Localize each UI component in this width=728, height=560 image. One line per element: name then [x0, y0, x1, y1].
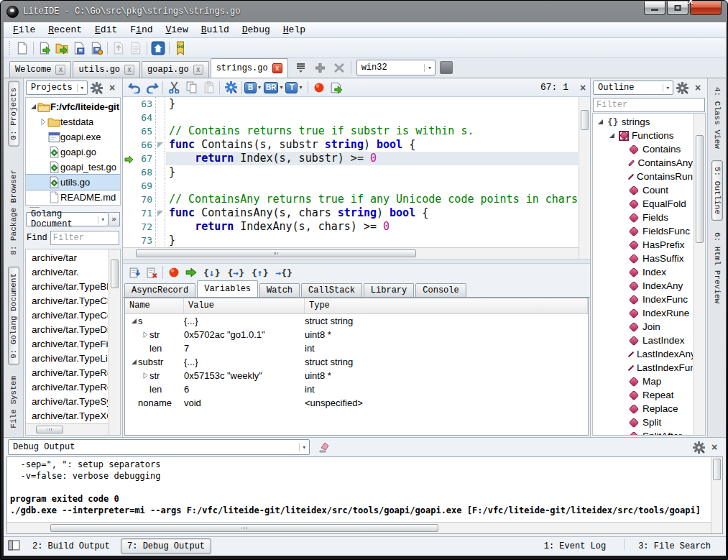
b-build-chip[interactable]: B: [244, 82, 257, 93]
tree-expander-icon[interactable]: [39, 119, 47, 125]
doc-list-item[interactable]: archive/tar.TypeXG: [26, 409, 108, 423]
outline-function-index[interactable]: Index: [593, 265, 693, 279]
outline-function-containsany[interactable]: ContainsAny: [593, 156, 693, 170]
left-splitter[interactable]: [24, 206, 122, 210]
titlebar[interactable]: LiteIDE - C:\Go\src\pkg\strings\strings.…: [1, 1, 727, 22]
toolbar-grip[interactable]: [7, 41, 11, 55]
side-tab-0-projects[interactable]: 0: Projects: [8, 81, 19, 147]
doc-view-combo[interactable]: Golang Document▾: [26, 212, 109, 226]
build-target-combo[interactable]: win32▾: [356, 60, 436, 75]
outline-function-hasprefix[interactable]: HasPrefix: [593, 238, 693, 252]
outline-function-fieldsfunc[interactable]: FieldsFunc: [593, 224, 693, 238]
tree-expander-icon[interactable]: [29, 104, 37, 110]
statusbar-button-3-file-search[interactable]: 3: File Search: [632, 538, 717, 554]
code-line-65[interactable]: 65// Contains returns true if substr is …: [123, 124, 578, 138]
go-env-icon[interactable]: Go: [172, 40, 189, 56]
step-into-icon[interactable]: {↓}: [200, 267, 224, 278]
outline-function-lastindexany[interactable]: LastIndexAny: [593, 347, 693, 361]
doc-list-item[interactable]: archive/tar.TypeLink: [26, 352, 108, 366]
doc-list-item[interactable]: archive/tar.TypeRegA: [26, 380, 108, 395]
output-vscrollbar[interactable]: [711, 457, 722, 533]
outline-function-join[interactable]: Join: [593, 320, 693, 334]
outline-function-repeat[interactable]: Repeat: [593, 388, 693, 402]
project-item-testdata[interactable]: testdata: [26, 114, 120, 129]
outline-function-splitafter[interactable]: SplitAfter: [593, 429, 693, 435]
project-item-goapi_test-go[interactable]: goapi_test.go: [26, 160, 120, 175]
outline-function-replace[interactable]: Replace: [593, 402, 693, 416]
tree-expander-icon[interactable]: [129, 318, 138, 324]
outline-view-combo[interactable]: Outline▾: [593, 81, 673, 95]
tree-expander-icon[interactable]: [141, 372, 149, 379]
step-over-icon[interactable]: {→}: [224, 267, 247, 278]
debug-tab-asyncrecord[interactable]: AsyncRecord: [124, 283, 195, 297]
debug-tab-callstack[interactable]: CallStack: [301, 283, 362, 297]
clear-output-icon[interactable]: [317, 440, 331, 454]
outline-function-containsrune[interactable]: ContainsRune: [593, 170, 693, 183]
project-item-readme-md[interactable]: README.md: [26, 190, 120, 205]
output-close-icon[interactable]: ×: [707, 440, 722, 454]
editor-close-icon[interactable]: ×: [576, 81, 590, 95]
doc-list-hscrollbar[interactable]: [26, 423, 109, 435]
menu-help[interactable]: Help: [277, 24, 312, 36]
output-gear-icon[interactable]: [691, 440, 706, 454]
doc-tab-Welcome[interactable]: Welcomex: [9, 61, 71, 78]
close-button[interactable]: X: [690, 1, 722, 15]
doc-tab-close-icon[interactable]: x: [55, 65, 65, 75]
doc-filter-input[interactable]: [50, 231, 119, 245]
debug-tab-watch[interactable]: Watch: [259, 283, 300, 297]
target-settings-button[interactable]: [440, 61, 453, 74]
outline-gear-icon[interactable]: [675, 81, 689, 95]
br-build-chip[interactable]: BR: [264, 82, 278, 93]
chip-dropdown-icon[interactable]: ▾: [258, 84, 261, 91]
outline-function-indexfunc[interactable]: IndexFunc: [593, 293, 693, 306]
output-view-combo[interactable]: Debug Output▾: [8, 439, 310, 455]
doc-list-item[interactable]: archive/tar.TypeReg: [26, 366, 108, 380]
fold-column[interactable]: [157, 206, 165, 220]
outline-function-contains[interactable]: Contains: [593, 142, 693, 156]
code-line-67[interactable]: 67 return Index(s, substr) >= 0: [123, 152, 578, 165]
tree-expander-icon[interactable]: [141, 331, 149, 338]
variable-row-s[interactable]: s{...}struct string: [125, 314, 588, 328]
doc-list-item[interactable]: archive/tar.TypeChar: [26, 294, 108, 308]
side-tab-5-outline[interactable]: 5: Outline: [711, 160, 723, 221]
menu-recent[interactable]: Recent: [42, 24, 88, 36]
fold-marker-icon[interactable]: [157, 142, 163, 148]
debug-tab-library[interactable]: Library: [364, 283, 414, 297]
save-all-icon[interactable]: [88, 40, 105, 56]
output-console[interactable]: -sep=", ": setup separators -v=false: ve…: [6, 456, 723, 534]
code-line-66[interactable]: 66func Contains(s, substr string) bool {: [123, 138, 578, 152]
outline-filter-input[interactable]: [593, 98, 705, 112]
menu-build[interactable]: Build: [195, 24, 236, 36]
doc-list-item[interactable]: archive/tar: [26, 251, 108, 265]
doc-list-vscrollbar[interactable]: [109, 249, 120, 435]
statusbar-button-1-event-log[interactable]: 1: Event Log: [538, 538, 612, 554]
print-doc-icon[interactable]: [127, 40, 144, 56]
redo-icon[interactable]: [143, 80, 160, 96]
outline-vscrollbar[interactable]: [694, 114, 705, 435]
save-file-icon[interactable]: [70, 40, 88, 56]
code-line-69[interactable]: 69: [123, 179, 578, 193]
outline-group-functions[interactable]: Functions: [593, 129, 693, 142]
code-editor[interactable]: 63}6465// Contains returns true if subst…: [123, 97, 590, 260]
doc-list-item[interactable]: archive/tar.: [26, 265, 108, 280]
record-icon[interactable]: [310, 80, 328, 96]
menu-find[interactable]: Find: [124, 24, 159, 36]
copy-icon[interactable]: [183, 80, 200, 96]
continue-icon[interactable]: [183, 265, 200, 280]
doc-tab-goapigo[interactable]: goapi.gox: [142, 61, 209, 78]
column-header-name[interactable]: Name: [125, 298, 184, 313]
debug-tab-console[interactable]: Console: [415, 283, 466, 297]
outline-function-equalfold[interactable]: EqualFold: [593, 197, 693, 211]
variable-row-len[interactable]: len7int: [125, 341, 588, 355]
home-icon[interactable]: [149, 40, 167, 56]
menu-debug[interactable]: Debug: [236, 24, 277, 36]
doc-tab-close-icon[interactable]: x: [124, 65, 134, 75]
outline-function-indexany[interactable]: IndexAny: [593, 279, 693, 293]
code-line-63[interactable]: 63}: [123, 97, 578, 111]
run-to-line-icon[interactable]: →{}: [272, 267, 295, 278]
code-line-64[interactable]: 64: [123, 111, 578, 124]
outline-function-split[interactable]: Split: [593, 416, 693, 429]
statusbar-button-7-debug-output[interactable]: 7: Debug Output: [121, 538, 211, 554]
record-icon[interactable]: [165, 265, 183, 280]
outline-function-map[interactable]: Map: [593, 375, 693, 388]
